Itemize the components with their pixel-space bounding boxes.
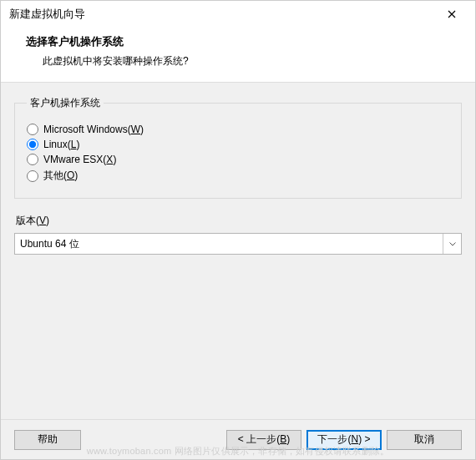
version-select[interactable]: Ubuntu 64 位 [14,233,462,255]
radio-windows-label: Microsoft Windows(W) [43,124,144,135]
radio-other-label: 其他(O) [43,169,78,183]
radio-vmware-esx-label: VMware ESX(X) [43,154,116,165]
radio-windows-input[interactable] [27,124,38,135]
next-button[interactable]: 下一步(N) > [306,430,382,450]
wizard-header: 选择客户机操作系统 此虚拟机中将安装哪种操作系统? [1,28,475,83]
window-title: 新建虚拟机向导 [9,7,85,22]
radio-linux[interactable]: Linux(L) [27,139,449,150]
version-selected-value: Ubuntu 64 位 [20,237,79,251]
radio-vmware-esx-input[interactable] [27,154,38,165]
titlebar: 新建虚拟机向导 [1,1,475,28]
wizard-body: 客户机操作系统 Microsoft Windows(W) Linux(L) VM… [1,83,475,419]
radio-other-input[interactable] [27,170,38,182]
dropdown-button[interactable] [443,234,461,254]
close-button[interactable] [435,3,468,26]
guest-os-group: 客户机操作系统 Microsoft Windows(W) Linux(L) VM… [14,96,462,199]
chevron-down-icon [449,242,456,246]
radio-vmware-esx[interactable]: VMware ESX(X) [27,154,449,165]
close-icon [448,10,456,18]
version-label: 版本(V) [16,214,462,228]
radio-windows[interactable]: Microsoft Windows(W) [27,124,449,135]
radio-other[interactable]: 其他(O) [27,169,449,183]
back-button[interactable]: < 上一步(B) [226,430,301,450]
guest-os-legend: 客户机操作系统 [27,96,104,110]
radio-linux-input[interactable] [27,139,38,150]
wizard-footer: 帮助 < 上一步(B) 下一步(N) > 取消 [1,419,475,459]
radio-linux-label: Linux(L) [43,139,79,150]
header-title: 选择客户机操作系统 [26,34,450,49]
header-subtitle: 此虚拟机中将安装哪种操作系统? [26,54,450,68]
help-button[interactable]: 帮助 [14,430,81,450]
cancel-button[interactable]: 取消 [387,430,462,450]
